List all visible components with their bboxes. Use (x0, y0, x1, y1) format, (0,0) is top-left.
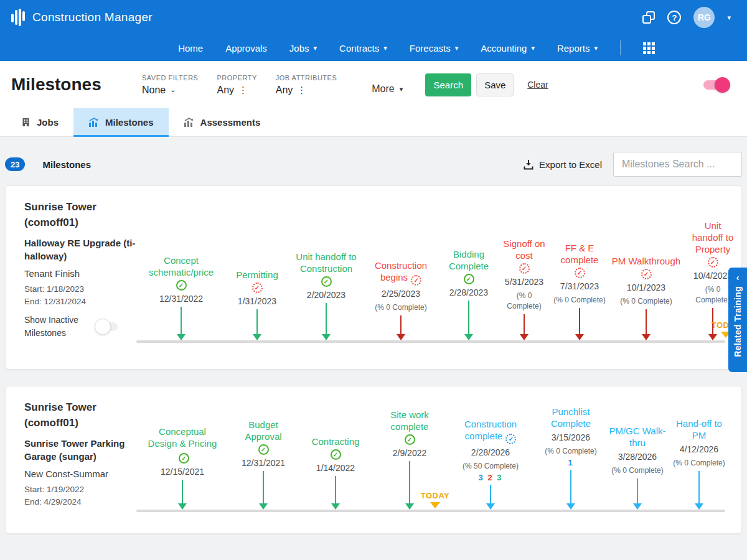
milestone-date: 2/20/2023 (307, 290, 345, 301)
milestone-hand-off-to-pm[interactable]: Hand-off to PM4/12/2026(% 0 Complete) (672, 418, 726, 510)
milestone-construction-begins[interactable]: Construction begins✓2/25/2023(% 0 Comple… (360, 259, 442, 340)
view-toggle-switch[interactable] (703, 80, 728, 90)
caret-down-icon: ▾ (383, 45, 387, 52)
job-attributes-filter[interactable]: JOB ATTRIBUTES Any⋮ (276, 74, 337, 96)
job-name: Halloway RE Upgrade (ti-halloway) (24, 236, 141, 263)
milestone-count: 3 (497, 473, 502, 482)
milestone-label: Unit handoff to Construction (292, 251, 360, 274)
milestone-date: 4/12/2026 (680, 444, 718, 455)
milestone-label: Construction complete✓ (450, 418, 531, 444)
milestone-arrow-icon (397, 315, 405, 340)
milestone-count-badges: 3 2 3 (479, 473, 503, 482)
milestone-arrow-icon (633, 478, 642, 510)
tab-assessments[interactable]: Assessments (169, 108, 276, 136)
milestone-concept-schematic-price[interactable]: Concept schematic/price✓12/31/2022 (140, 254, 222, 340)
milestone-date: 2/28/2023 (449, 287, 488, 298)
export-to-excel-button[interactable]: Export to Excel (524, 159, 602, 170)
milestone-construction-complete[interactable]: Construction complete✓2/28/2026(% 50 Com… (450, 418, 531, 510)
milestone-date: 7/31/2023 (560, 281, 599, 292)
milestone-permitting[interactable]: Permitting✓1/31/2023 (223, 269, 291, 340)
milestones-count-badge: 23 (5, 157, 25, 171)
check-circle-icon: ✓ (331, 449, 341, 460)
milestone-date: 1/31/2023 (238, 296, 276, 307)
windows-icon[interactable] (642, 11, 655, 24)
clear-link[interactable]: Clear (527, 80, 548, 90)
more-filters-dropdown[interactable]: More ▾ (372, 83, 403, 95)
milestone-label: Permitting (236, 269, 278, 281)
caret-down-icon: ▾ (594, 45, 598, 52)
job-type: New Const-Summar (24, 469, 141, 479)
milestone-unit-handoff-to-construction[interactable]: Unit handoff to Construction✓2/20/2023 (292, 251, 360, 340)
job-info-panel: Sunrise Tower (comoff01)Halloway RE Upgr… (24, 200, 141, 339)
page-title: Milestones (11, 75, 142, 95)
help-icon[interactable]: ? (667, 11, 681, 24)
milestone-date: 3/28/2026 (618, 452, 657, 462)
milestone-bidding-complete[interactable]: Bidding Complete✓2/28/2023 (438, 248, 500, 340)
save-button[interactable]: Save (476, 73, 514, 96)
nav-item-jobs[interactable]: Jobs▾ (289, 43, 317, 54)
nav-item-forecasts[interactable]: Forecasts▾ (410, 43, 458, 54)
related-training-tab[interactable]: ‹ Related Training (728, 268, 747, 372)
user-menu-caret-icon[interactable]: ▾ (727, 14, 731, 21)
milestone-punchlist-complete[interactable]: Punchlist Complete3/15/2026(% 0 Complete… (535, 406, 607, 510)
user-avatar[interactable]: RG (693, 7, 715, 28)
show-inactive-label: Show Inactive Milestones (24, 314, 92, 339)
milestone-percent-complete: (% 50 Complete) (463, 461, 519, 472)
milestone-arrow-icon (575, 308, 584, 340)
milestone-percent-complete: (% 0 Complete) (673, 458, 725, 469)
tabs-bar: JobsMilestonesAssessments (0, 108, 747, 137)
milestone-arrow-icon (486, 485, 495, 510)
milestone-pm-gc-walk-thru[interactable]: PM/GC Walk-thru3/28/2026(% 0 Complete) (609, 425, 666, 510)
job-start-date: Start: 1/18/2023 (24, 283, 141, 296)
milestone-label: Contracting (312, 436, 360, 447)
nav-item-approvals[interactable]: Approvals (225, 43, 267, 54)
milestone-label: Conceptual Design & Pricing✓ (148, 426, 217, 464)
job-milestone-card: Sunrise Tower (comoff01)Sunrise Tower Pa… (5, 386, 742, 534)
property-filter-label: PROPERTY (217, 74, 256, 82)
caret-down-icon: ▾ (531, 45, 535, 52)
milestone-percent-complete: (% 0 Complete) (611, 465, 663, 476)
nav-divider (620, 40, 621, 55)
milestone-arrow-icon (464, 301, 473, 340)
milestone-arrow-icon (259, 471, 268, 510)
milestone-pm-walkthrough[interactable]: PM Walkthrough✓10/1/2023(% 0 Complete) (606, 255, 687, 340)
milestone-date: 3/15/2026 (552, 432, 590, 443)
chevron-down-icon: ⌄ (170, 86, 176, 93)
milestone-contracting[interactable]: Contracting✓1/14/2022 (301, 436, 370, 510)
milestone-arrow-icon (642, 309, 651, 340)
check-circle-icon: ✓ (321, 276, 332, 287)
milestone-conceptual-design-pricing[interactable]: Conceptual Design & Pricing✓12/15/2021 (148, 426, 217, 510)
milestone-label: Concept schematic/price (140, 254, 222, 278)
milestones-search-input[interactable] (613, 152, 742, 177)
nav-item-home[interactable]: Home (178, 43, 203, 54)
milestone-percent-complete: (% 0 Complete) (375, 302, 426, 313)
nav-item-contracts[interactable]: Contracts▾ (339, 43, 387, 54)
nav-item-accounting[interactable]: Accounting▾ (481, 43, 535, 54)
tab-jobs[interactable]: Jobs (6, 108, 73, 136)
nav-item-reports[interactable]: Reports▾ (557, 43, 598, 54)
milestone-ff-e-complete[interactable]: FF & E complete✓7/31/2023(% 0 Complete) (551, 242, 608, 340)
show-inactive-toggle[interactable] (96, 322, 118, 331)
cards-container: Sunrise Tower (comoff01)Halloway RE Upgr… (0, 185, 747, 534)
job-type: Tenant Finish (24, 268, 141, 279)
job-property-name: Sunrise Tower (comoff01) (24, 200, 141, 230)
app-brand: Construction Manager (32, 11, 153, 24)
check-circle-icon: ✓ (641, 269, 652, 279)
check-circle-icon: ✓ (505, 434, 516, 444)
property-filter[interactable]: PROPERTY Any⋮ (217, 74, 256, 96)
tab-milestones[interactable]: Milestones (73, 108, 169, 136)
main-nav: HomeApprovalsJobs▾Contracts▾Forecasts▾Ac… (0, 35, 747, 61)
milestone-arrow-icon (405, 461, 414, 510)
chart-icon (88, 118, 99, 127)
check-circle-icon: ✓ (258, 444, 269, 455)
milestones-toolbar: 23 Milestones Export to Excel (0, 137, 747, 185)
search-button[interactable]: Search (425, 73, 471, 96)
saved-filters-dropdown[interactable]: SAVED FILTERS None⌄ (142, 74, 198, 96)
app-logo-icon (11, 9, 25, 26)
milestone-date: 10/4/2023 (693, 271, 732, 281)
app-grid-icon[interactable] (643, 42, 655, 54)
milestone-budget-approval[interactable]: Budget Approval✓12/31/2021 (229, 419, 298, 510)
milestone-signoff-on-cost[interactable]: Signoff on cost✓5/31/2023(% 0 Complete) (499, 238, 549, 340)
nav-item-label: Forecasts (410, 43, 451, 54)
nav-item-label: Accounting (481, 43, 527, 54)
